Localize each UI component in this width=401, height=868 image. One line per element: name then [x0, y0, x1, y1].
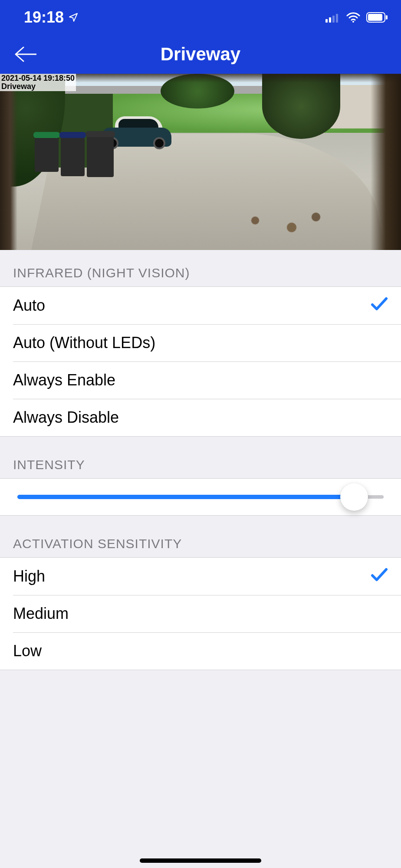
option-label: Low	[13, 642, 42, 660]
svg-point-4	[352, 21, 354, 23]
preview-leaves	[219, 207, 340, 241]
option-label: High	[13, 567, 45, 585]
slider-fill	[17, 495, 354, 499]
back-arrow-icon	[14, 46, 36, 63]
infrared-option-auto-without-leds[interactable]: Auto (Without LEDs)	[0, 324, 401, 362]
option-label: Auto (Without LEDs)	[13, 334, 155, 352]
page-title: Driveway	[161, 44, 240, 65]
intensity-slider[interactable]	[0, 478, 401, 516]
battery-icon	[366, 8, 388, 26]
sensitivity-option-medium[interactable]: Medium	[0, 595, 401, 632]
sensitivity-option-low[interactable]: Low	[0, 632, 401, 670]
svg-rect-2	[332, 16, 335, 23]
svg-rect-7	[386, 15, 388, 20]
osd-timestamp: 2021-05-14 19:18:50	[1, 74, 75, 82]
infrared-option-list: Auto Auto (Without LEDs) Always Enable A…	[0, 286, 401, 437]
section-header-intensity: INTENSITY	[0, 437, 401, 478]
svg-rect-1	[329, 17, 331, 23]
camera-osd-overlay: 2021-05-14 19:18:50 Driveway	[0, 74, 76, 91]
option-label: Always Enable	[13, 371, 115, 389]
camera-preview[interactable]: 2021-05-14 19:18:50 Driveway	[0, 74, 401, 250]
sensitivity-option-list: High Medium Low	[0, 557, 401, 670]
home-indicator[interactable]	[140, 858, 261, 863]
preview-bin	[87, 135, 114, 177]
slider-thumb[interactable]	[340, 483, 368, 511]
option-label: Medium	[13, 605, 69, 623]
osd-camera-name: Driveway	[1, 82, 75, 91]
infrared-option-always-disable[interactable]: Always Disable	[0, 399, 401, 436]
preview-vignette	[0, 74, 17, 250]
preview-bin	[35, 136, 59, 172]
preview-vignette	[371, 74, 401, 250]
checkmark-icon	[371, 567, 388, 585]
status-time: 19:18	[24, 8, 64, 26]
nav-bar: Driveway	[0, 35, 401, 74]
svg-rect-3	[336, 14, 338, 23]
option-label: Always Disable	[13, 408, 119, 427]
sensitivity-option-high[interactable]: High	[0, 558, 401, 595]
infrared-option-always-enable[interactable]: Always Enable	[0, 362, 401, 399]
svg-rect-0	[325, 19, 328, 23]
option-label: Auto	[13, 296, 45, 315]
svg-rect-6	[368, 14, 382, 21]
back-button[interactable]	[12, 41, 38, 67]
preview-tree	[262, 74, 340, 139]
section-header-infrared: INFRARED (NIGHT VISION)	[0, 250, 401, 286]
checkmark-icon	[371, 296, 388, 315]
preview-bin	[61, 136, 85, 176]
infrared-option-auto[interactable]: Auto	[0, 287, 401, 324]
wifi-icon	[346, 8, 360, 26]
section-header-sensitivity: ACTIVATION SENSITIVITY	[0, 516, 401, 557]
status-bar: 19:18	[0, 0, 401, 35]
cellular-signal-icon	[325, 8, 340, 26]
location-arrow-icon	[68, 8, 79, 26]
